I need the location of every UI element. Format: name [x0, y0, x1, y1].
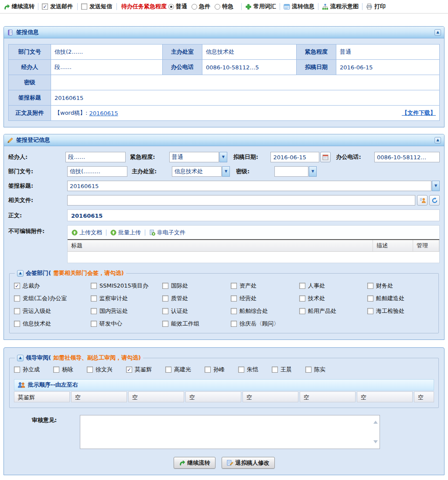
checkbox-icon[interactable] [231, 295, 237, 302]
checkbox-icon[interactable] [367, 295, 373, 302]
chevron-down-icon[interactable]: ▼ [222, 166, 230, 177]
radio-icon[interactable] [192, 4, 197, 10]
countersign-checkbox-6[interactable]: 党组(工会)办公室 [14, 295, 91, 302]
checkbox-icon[interactable] [305, 367, 311, 373]
textarea-scrollbar[interactable] [372, 416, 379, 448]
report-title-input[interactable] [67, 181, 431, 191]
countersign-checkbox-3[interactable]: 资产处 [231, 282, 299, 290]
flow-diagram-button[interactable]: 流程示意图 [322, 3, 359, 10]
checkbox-icon[interactable] [87, 367, 93, 373]
handler-input[interactable] [65, 152, 126, 162]
countersign-checkbox-10[interactable]: 技术处 [299, 295, 367, 302]
related-file-input[interactable] [67, 195, 415, 206]
urgency-input[interactable] [169, 152, 219, 162]
leader-checkbox-5[interactable]: 孙峰 [205, 366, 225, 374]
chevron-down-icon[interactable]: ▼ [219, 152, 227, 162]
urgency-radio-urgent[interactable]: 急件 [192, 3, 210, 10]
checkbox-icon[interactable] [91, 321, 97, 327]
countersign-checkbox-4[interactable]: 人事处 [299, 282, 367, 290]
countersign-checkbox-0[interactable]: ✓总裁办 [14, 282, 91, 290]
review-textarea[interactable] [80, 415, 380, 449]
batch-upload-button[interactable]: 批量上传 [110, 229, 141, 237]
checkbox-icon[interactable] [91, 308, 97, 314]
checkbox-icon[interactable] [299, 295, 305, 302]
leader-checkbox-4[interactable]: 高建光 [165, 366, 191, 374]
countersign-checkbox-2[interactable]: 国际处 [162, 282, 231, 290]
secrecy-input[interactable] [274, 166, 308, 177]
continue-flow-button[interactable]: 继续流转 [3, 3, 34, 10]
word-doc-link[interactable]: 20160615 [89, 110, 118, 117]
checkbox-icon[interactable] [162, 283, 168, 289]
countersign-checkbox-17[interactable]: 海工检验处 [367, 307, 434, 315]
body-editor[interactable]: 20160615 [67, 209, 440, 221]
select-person-button[interactable] [417, 195, 427, 206]
column-header-desc[interactable]: 描述 [373, 240, 413, 251]
checkbox-icon[interactable] [299, 283, 305, 289]
draft-date-input[interactable] [270, 152, 319, 162]
checkbox-icon[interactable] [162, 321, 168, 327]
checkbox-icon[interactable] [299, 308, 305, 314]
checkbox-icon[interactable] [14, 308, 20, 314]
phone-input[interactable] [374, 152, 440, 162]
checkbox-icon[interactable] [231, 283, 237, 289]
collapse-button[interactable]: ▲ [434, 29, 441, 36]
countersign-checkbox-19[interactable]: 研发中心 [91, 320, 162, 328]
send-sms-checkbox[interactable]: 发送短信 [81, 3, 112, 10]
leader-checkbox-0[interactable]: 孙立成 [14, 366, 40, 374]
checkbox-icon[interactable]: ✓ [126, 367, 132, 373]
dept-no-input[interactable] [67, 166, 127, 177]
countersign-checkbox-13[interactable]: 国内营运处 [91, 307, 162, 315]
leader-checkbox-3[interactable]: ✓莫鉴辉 [126, 366, 152, 374]
countersign-checkbox-18[interactable]: 信息技术处 [14, 320, 91, 328]
scroll-down-icon[interactable] [373, 440, 378, 446]
checkbox-icon[interactable] [238, 367, 244, 373]
checkbox-icon[interactable]: ✓ [14, 283, 20, 289]
countersign-checkbox-7[interactable]: 监察审计处 [91, 295, 162, 302]
countersign-checkbox-1[interactable]: SSMIS2015项目办 [91, 282, 162, 290]
checkbox-icon[interactable] [231, 308, 237, 314]
checkbox-icon[interactable] [162, 308, 168, 314]
checkbox-icon[interactable] [272, 367, 278, 373]
checkbox-unchecked-icon[interactable] [81, 3, 87, 10]
common-words-button[interactable]: 常用词汇 [245, 3, 276, 10]
checkbox-icon[interactable] [14, 367, 20, 373]
countersign-checkbox-15[interactable]: 船舶综合处 [231, 307, 299, 315]
urgency-radio-normal[interactable]: 普通 [168, 3, 187, 10]
countersign-checkbox-16[interactable]: 船用产品处 [299, 307, 367, 315]
non-electronic-file-button[interactable]: 非电子文件 [149, 229, 185, 237]
countersign-checkbox-12[interactable]: 营运入级处 [14, 307, 91, 315]
collapse-button[interactable]: ▲ [434, 137, 441, 144]
checkbox-icon[interactable] [162, 295, 168, 302]
radio-icon[interactable] [215, 4, 220, 10]
countersign-checkbox-11[interactable]: 船舶建造处 [367, 295, 434, 302]
chevron-down-icon[interactable]: ▼ [432, 181, 440, 191]
chevron-down-icon[interactable]: ▼ [309, 166, 317, 177]
checkbox-icon[interactable] [367, 283, 373, 289]
return-to-drafter-button[interactable]: 退拟稿人修改 [222, 457, 275, 469]
leader-checkbox-8[interactable]: 陈实 [305, 366, 325, 374]
continue-flow-bottom-button[interactable]: 继续流转 [174, 457, 215, 469]
urgency-radio-extra-urgent[interactable]: 特急 [215, 3, 233, 10]
flow-info-button[interactable]: 流转信息 [284, 3, 315, 10]
leader-checkbox-7[interactable]: 王晨 [272, 366, 292, 374]
date-picker-button[interactable] [320, 152, 331, 162]
checkbox-icon[interactable] [14, 295, 20, 302]
countersign-checkbox-8[interactable]: 质管处 [162, 295, 231, 302]
collapse-button[interactable]: ▲ [17, 355, 24, 361]
countersign-checkbox-14[interactable]: 认证处 [162, 307, 231, 315]
refresh-button[interactable] [429, 195, 440, 206]
checkbox-icon[interactable] [165, 367, 171, 373]
file-download-link[interactable]: 【文件下载】 [402, 109, 436, 117]
collapse-button[interactable]: ▲ [17, 270, 24, 277]
countersign-checkbox-9[interactable]: 经营处 [231, 295, 299, 302]
leader-checkbox-6[interactable]: 朱恺 [238, 366, 258, 374]
checkbox-checked-icon[interactable]: ✓ [42, 3, 48, 10]
checkbox-icon[interactable] [53, 367, 59, 373]
host-office-input[interactable] [172, 166, 222, 177]
upload-doc-button[interactable]: 上传文档 [72, 229, 102, 237]
send-email-checkbox[interactable]: ✓ 发送邮件 [42, 3, 73, 10]
leader-checkbox-2[interactable]: 徐文兴 [87, 366, 113, 374]
print-button[interactable]: 打印 [366, 3, 386, 10]
checkbox-icon[interactable] [91, 283, 97, 289]
leader-checkbox-1[interactable]: 杨咏 [53, 366, 73, 374]
